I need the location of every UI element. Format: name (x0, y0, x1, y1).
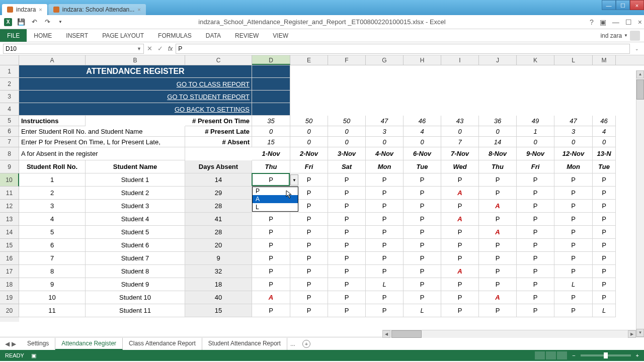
horizontal-scrollbar[interactable]: ◀ ▶ (382, 330, 636, 338)
cell[interactable]: 0 (554, 137, 593, 147)
cell[interactable]: P (441, 239, 479, 252)
ribbon-tab-pagelayout[interactable]: PAGE LAYOUT (95, 29, 151, 42)
cell[interactable]: P (404, 239, 441, 252)
cell[interactable]: P (441, 278, 479, 291)
zoom-in-icon[interactable]: + (636, 352, 639, 358)
cell[interactable]: 3 (19, 200, 86, 213)
cell[interactable]: Sat (328, 160, 366, 173)
cell[interactable]: Student Name (86, 160, 185, 173)
cell[interactable]: P (554, 226, 593, 239)
cell[interactable]: P (517, 173, 554, 187)
column-header[interactable]: I (441, 55, 479, 65)
cell[interactable]: P (593, 226, 616, 239)
cell[interactable]: 50 (290, 116, 328, 126)
cell[interactable]: 1-Nov (252, 147, 290, 160)
cell[interactable]: 46 (404, 116, 441, 126)
cell[interactable]: 28 (185, 200, 252, 213)
cell[interactable]: P (404, 187, 441, 200)
cell[interactable]: 47 (366, 116, 404, 126)
ribbon-tab-home[interactable]: HOME (27, 29, 59, 42)
cell[interactable]: P (252, 278, 290, 291)
cell[interactable]: L (593, 304, 616, 317)
zoom-thumb[interactable] (604, 352, 608, 358)
cell[interactable]: 4 (404, 126, 441, 137)
cell[interactable]: 36 (479, 116, 517, 126)
cell-dropdown-button[interactable]: ▼ (290, 174, 298, 186)
row-header[interactable]: 17 (0, 265, 19, 278)
cell[interactable]: P (517, 239, 554, 252)
cell[interactable]: Student 2 (86, 187, 185, 200)
cell[interactable]: P (441, 304, 479, 317)
help-icon[interactable]: ? (590, 18, 594, 26)
cell[interactable]: 0 (593, 137, 616, 147)
cells-area[interactable]: ATTENDANCE REGISTERGO TO CLASS REPORTGO … (19, 65, 644, 322)
link-cell[interactable]: GO TO CLASS REPORT (19, 78, 252, 90)
column-header[interactable]: D (252, 55, 290, 65)
cell[interactable]: 0 (366, 137, 404, 147)
cell[interactable]: P (328, 226, 366, 239)
row-header[interactable]: 20 (0, 304, 19, 317)
cell[interactable] (252, 65, 290, 78)
cell[interactable]: Student Roll No. (19, 160, 86, 173)
cell[interactable]: P (593, 265, 616, 278)
cell[interactable]: 8-Nov (479, 147, 517, 160)
cell[interactable]: P (328, 252, 366, 265)
cell[interactable]: Tue (404, 160, 441, 173)
column-header[interactable]: H (404, 55, 441, 65)
dropdown-option[interactable]: A (253, 195, 298, 203)
browser-tab[interactable]: indzara × (2, 4, 47, 15)
cell[interactable]: P (554, 304, 593, 317)
cell[interactable]: P (517, 187, 554, 200)
restore-icon[interactable]: ☐ (625, 18, 632, 26)
cell[interactable]: P (252, 173, 290, 187)
cell[interactable]: P (554, 252, 593, 265)
cell[interactable]: P (404, 291, 441, 304)
row-header[interactable]: 1 (0, 65, 19, 78)
cell[interactable]: 29 (185, 187, 252, 200)
cell[interactable]: 9-Nov (517, 147, 554, 160)
row-header[interactable]: 5 (0, 116, 19, 126)
column-header[interactable]: A (19, 55, 86, 65)
cell[interactable]: 6 (19, 239, 86, 252)
validation-dropdown[interactable]: PAL (252, 187, 298, 212)
row-header[interactable]: 4 (0, 103, 19, 116)
cell[interactable]: 14 (185, 173, 252, 187)
cell[interactable]: Instructions (19, 116, 86, 126)
cell[interactable]: P (479, 187, 517, 200)
sheet-tab[interactable]: Student Attendance Report (202, 338, 287, 350)
cancel-icon[interactable]: ✕ (147, 45, 152, 52)
column-header[interactable]: M (593, 55, 616, 65)
cell[interactable]: P (290, 265, 328, 278)
cell[interactable]: P (554, 239, 593, 252)
cell[interactable]: P (441, 173, 479, 187)
cell[interactable]: 18 (185, 278, 252, 291)
cell[interactable]: P (366, 173, 404, 187)
row-header[interactable]: 7 (0, 137, 19, 147)
row-header[interactable]: 10 (0, 173, 19, 187)
cell[interactable]: P (328, 278, 366, 291)
cell[interactable]: Enter Student Roll No. and Student Name (19, 126, 185, 137)
cell[interactable]: 0 (252, 126, 290, 137)
cell[interactable]: P (479, 239, 517, 252)
cell[interactable]: 47 (554, 116, 593, 126)
dropdown-option[interactable]: L (253, 203, 298, 211)
cell[interactable]: 1 (19, 173, 86, 187)
cell[interactable]: 2 (19, 187, 86, 200)
cell[interactable]: 7 (441, 137, 479, 147)
cell[interactable]: P (593, 278, 616, 291)
scroll-down-icon[interactable]: ▼ (636, 329, 644, 337)
tab-close-icon[interactable]: × (137, 7, 140, 13)
ribbon-tab-review[interactable]: REVIEW (228, 29, 266, 42)
vertical-scrollbar[interactable]: ▲ ▼ (636, 70, 644, 337)
cell[interactable]: P (252, 239, 290, 252)
column-header[interactable]: G (366, 55, 404, 65)
column-header[interactable]: L (554, 55, 593, 65)
row-header[interactable]: 14 (0, 226, 19, 239)
cell[interactable]: Mon (554, 160, 593, 173)
column-header[interactable]: B (86, 55, 185, 65)
cell[interactable]: P (366, 304, 404, 317)
cell[interactable]: P (479, 252, 517, 265)
browser-tab[interactable]: indzara: School Attendan... × (48, 4, 146, 15)
cell[interactable]: 4 (19, 213, 86, 226)
cell[interactable]: L (404, 304, 441, 317)
